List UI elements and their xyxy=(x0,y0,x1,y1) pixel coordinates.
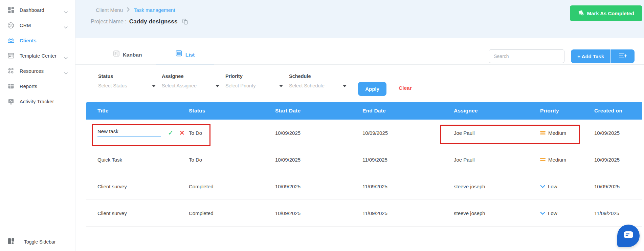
list-plus-icon xyxy=(619,53,627,60)
sidebar-item-reports[interactable]: Reports xyxy=(0,79,75,94)
add-task-button[interactable]: + Add Task xyxy=(571,49,610,63)
start-date-cell: 10/09/2025 xyxy=(275,157,362,163)
tab-kanban[interactable]: Kanban xyxy=(99,38,156,64)
reports-icon xyxy=(7,83,15,90)
filter-status-label: Status xyxy=(98,74,156,79)
table-row-editing[interactable]: ✓ × To Do 10/09/2025 10/09/2025 Joe Paul… xyxy=(86,120,642,146)
breadcrumb-client-menu[interactable]: Client Menu xyxy=(96,7,123,13)
task-title-input[interactable] xyxy=(97,128,161,137)
chat-widget-button[interactable] xyxy=(617,225,640,247)
priority-select-value: Select Priority xyxy=(225,83,256,88)
title-cell: Client survey xyxy=(97,210,189,216)
filter-priority-label: Priority xyxy=(225,74,283,79)
priority-cell: Medium xyxy=(540,157,594,163)
priority-low-icon xyxy=(540,184,545,189)
activity-tracker-icon xyxy=(7,98,15,105)
table-row[interactable]: Quick Task To Do 10/09/2025 11/09/2025 J… xyxy=(86,146,642,173)
status-cell: To Do xyxy=(189,130,275,136)
app-window: Dashboard CRM Clients Temp xyxy=(0,0,644,251)
chevron-down-icon xyxy=(64,70,68,76)
dashboard-icon xyxy=(7,6,15,14)
mark-as-completed-button[interactable]: Mark As Completed xyxy=(570,5,642,21)
title-cell: Client survey xyxy=(97,184,189,189)
apply-button[interactable]: Apply xyxy=(358,82,386,96)
title-cell: ✓ × xyxy=(97,128,189,137)
chat-icon xyxy=(623,231,634,240)
sidebar-item-label: Activity Tracker xyxy=(20,99,54,104)
template-center-icon xyxy=(7,52,15,60)
created-on-cell: 10/09/2025 xyxy=(594,184,642,189)
priority-label: Medium xyxy=(548,157,566,163)
sidebar-item-label: Resources xyxy=(20,68,44,74)
priority-select[interactable]: Select Priority xyxy=(225,83,283,92)
clear-link[interactable]: Clear xyxy=(399,85,412,91)
sidebar: Dashboard CRM Clients Temp xyxy=(0,0,75,251)
dropdown-arrow-icon xyxy=(152,83,156,89)
cancel-x-icon[interactable]: × xyxy=(180,129,184,137)
filter-assignee-label: Assignee xyxy=(162,74,219,79)
view-tab-bar: Kanban List + Add Task xyxy=(75,38,644,65)
breadcrumb: Client Menu Task management xyxy=(96,7,644,13)
breadcrumb-task-management[interactable]: Task management xyxy=(134,7,175,13)
assignee-cell: steeve joseph xyxy=(454,210,540,216)
assignee-cell: Joe Paull xyxy=(454,157,540,163)
column-header-title: Title xyxy=(97,108,189,114)
created-on-cell: 10/09/2025 xyxy=(594,157,642,163)
status-select[interactable]: Select Status xyxy=(98,83,156,92)
status-cell: Completed xyxy=(189,210,275,216)
crm-icon xyxy=(7,22,15,29)
column-header-status: Status xyxy=(189,108,275,114)
start-date-cell: 10/09/2025 xyxy=(275,130,362,136)
chevron-down-icon xyxy=(64,24,68,30)
sidebar-item-crm[interactable]: CRM xyxy=(0,18,75,33)
sidebar-item-label: CRM xyxy=(20,23,31,28)
assignee-select-value: Select Assignee xyxy=(162,83,197,88)
end-date-cell: 10/09/2025 xyxy=(362,130,454,136)
clients-icon xyxy=(7,37,15,44)
mark-completed-label: Mark As Completed xyxy=(587,11,634,16)
column-header-end-date: End Date xyxy=(362,108,454,114)
dropdown-arrow-icon xyxy=(216,83,219,89)
assignee-select[interactable]: Select Assignee xyxy=(162,83,219,92)
sidebar-item-dashboard[interactable]: Dashboard xyxy=(0,2,75,18)
status-select-value: Select Status xyxy=(98,83,127,88)
search-input[interactable] xyxy=(489,49,564,63)
table-row[interactable]: Client survey Completed 10/09/2025 11/09… xyxy=(86,173,642,200)
sidebar-item-resources[interactable]: Resources xyxy=(0,63,75,79)
column-header-start-date: Start Date xyxy=(275,108,362,114)
priority-medium-icon xyxy=(540,131,546,134)
sidebar-item-activity-tracker[interactable]: Activity Tracker xyxy=(0,94,75,109)
page-header: Client Menu Task management Project Name… xyxy=(75,0,644,38)
tab-kanban-label: Kanban xyxy=(123,52,142,58)
schedule-select-value: Select Schedule xyxy=(289,83,325,88)
created-on-cell: 11/09/2025 xyxy=(594,210,642,216)
column-header-assignee: Assignee xyxy=(454,108,540,114)
sidebar-item-clients[interactable]: Clients xyxy=(0,33,75,48)
created-on-cell: 10/09/2025 xyxy=(594,130,642,136)
project-name-label: Project Name : xyxy=(91,19,127,25)
status-cell: Completed xyxy=(189,184,275,189)
copy-icon[interactable] xyxy=(182,19,188,25)
sidebar-item-label: Reports xyxy=(20,84,37,89)
end-date-cell: 11/09/2025 xyxy=(362,210,454,216)
dropdown-arrow-icon xyxy=(279,83,283,89)
table-row[interactable]: Client survey Completed 10/09/2025 11/09… xyxy=(86,200,642,227)
chevron-down-icon xyxy=(64,9,68,15)
priority-label: Low xyxy=(548,184,557,189)
dropdown-arrow-icon xyxy=(343,83,347,89)
priority-medium-icon xyxy=(540,158,546,161)
chevron-right-icon xyxy=(127,7,130,13)
task-table: Title Status Start Date End Date Assigne… xyxy=(86,102,642,227)
confirm-check-icon[interactable]: ✓ xyxy=(168,129,174,137)
filter-schedule: Schedule Select Schedule xyxy=(289,74,347,92)
sidebar-item-template-center[interactable]: Template Center xyxy=(0,48,75,63)
tab-list[interactable]: List xyxy=(156,38,214,64)
toggle-sidebar-button[interactable]: Toggle Sidebar xyxy=(7,237,55,246)
toggle-sidebar-icon xyxy=(7,237,15,246)
resources-icon xyxy=(7,67,15,75)
kanban-icon xyxy=(113,50,119,58)
end-date-cell: 11/09/2025 xyxy=(362,157,454,163)
bulk-add-button[interactable] xyxy=(611,49,635,63)
filter-bar: Status Select Status Assignee Select Ass… xyxy=(75,65,644,102)
schedule-select[interactable]: Select Schedule xyxy=(289,83,347,92)
